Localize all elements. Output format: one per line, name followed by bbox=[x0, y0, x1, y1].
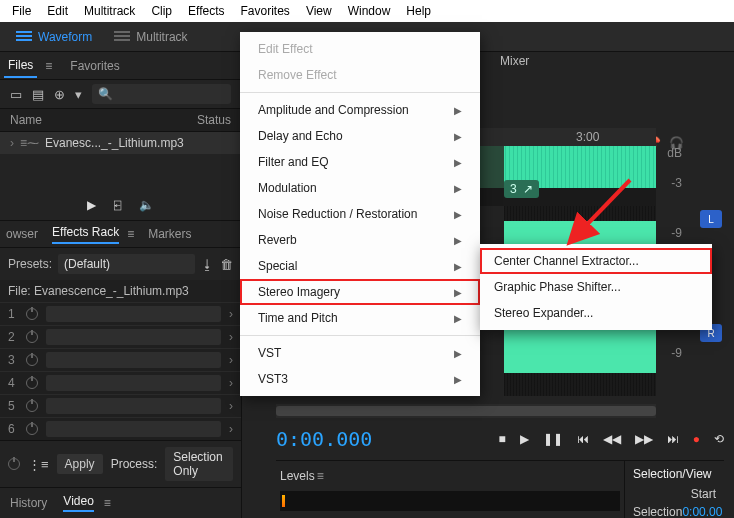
open-file-icon[interactable]: ▭ bbox=[10, 87, 22, 102]
save-preset-icon[interactable]: ⭳ bbox=[201, 257, 214, 272]
effect-slot[interactable]: 6› bbox=[0, 417, 241, 440]
waveform-icon bbox=[16, 31, 32, 43]
slot-body[interactable] bbox=[46, 329, 221, 345]
menu-amplitude[interactable]: Amplitude and Compression▶ bbox=[240, 97, 480, 123]
selection-view-panel: Selection/View Start Selection0:00.00 Vi… bbox=[624, 460, 724, 518]
delete-preset-icon[interactable]: 🗑 bbox=[220, 257, 233, 272]
filter-icon[interactable]: ▾ bbox=[75, 87, 82, 102]
skip-start-icon[interactable]: ⏮ bbox=[577, 432, 589, 446]
menu-file[interactable]: File bbox=[4, 1, 39, 21]
menu-time-pitch[interactable]: Time and Pitch▶ bbox=[240, 305, 480, 331]
menu-help[interactable]: Help bbox=[398, 1, 439, 21]
mode-multitrack-button[interactable]: Multitrack bbox=[106, 26, 195, 48]
menu-stereo-imagery[interactable]: Stereo Imagery▶ bbox=[240, 279, 480, 305]
menu-special[interactable]: Special▶ bbox=[240, 253, 480, 279]
col-name[interactable]: Name bbox=[10, 113, 42, 127]
slot-body[interactable] bbox=[46, 421, 221, 437]
menu-stereo-expander[interactable]: Stereo Expander... bbox=[480, 300, 712, 326]
stop-icon[interactable]: ■ bbox=[499, 432, 506, 446]
meter-bar bbox=[282, 495, 285, 507]
menu-noise-reduction[interactable]: Noise Reduction / Restoration▶ bbox=[240, 201, 480, 227]
menu-clip[interactable]: Clip bbox=[143, 1, 180, 21]
loop-icon[interactable]: ⍇ bbox=[114, 198, 121, 212]
menu-reverb[interactable]: Reverb▶ bbox=[240, 227, 480, 253]
record-file-icon[interactable]: ⊕ bbox=[54, 87, 65, 102]
menu-center-channel-extractor[interactable]: Center Channel Extractor... bbox=[480, 248, 712, 274]
channel-l-badge[interactable]: L bbox=[700, 210, 722, 228]
slot-body[interactable] bbox=[46, 398, 221, 414]
new-file-icon[interactable]: ▤ bbox=[32, 87, 44, 102]
menu-modulation[interactable]: Modulation▶ bbox=[240, 175, 480, 201]
menu-graphic-phase-shifter[interactable]: Graphic Phase Shifter... bbox=[480, 274, 712, 300]
chevron-right-icon[interactable]: › bbox=[229, 376, 233, 390]
tab-favorites[interactable]: Favorites bbox=[66, 55, 123, 77]
chevron-right-icon[interactable]: › bbox=[229, 399, 233, 413]
tab-video[interactable]: Video bbox=[63, 494, 93, 512]
menu-delay-echo[interactable]: Delay and Echo▶ bbox=[240, 123, 480, 149]
menu-vst3[interactable]: VST3▶ bbox=[240, 366, 480, 392]
power-icon[interactable] bbox=[26, 354, 38, 366]
effect-slot[interactable]: 5› bbox=[0, 394, 241, 417]
horizontal-scrollbar[interactable] bbox=[276, 404, 656, 418]
chevron-right-icon[interactable]: › bbox=[229, 307, 233, 321]
tab-menu-icon[interactable]: ≡ bbox=[127, 227, 134, 241]
chevron-right-icon[interactable]: › bbox=[229, 330, 233, 344]
timecode[interactable]: 0:00.000 bbox=[276, 427, 372, 451]
menu-edit[interactable]: Edit bbox=[39, 1, 76, 21]
mode-waveform-button[interactable]: Waveform bbox=[8, 26, 100, 48]
menu-effects[interactable]: Effects bbox=[180, 1, 232, 21]
effect-slot[interactable]: 3› bbox=[0, 348, 241, 371]
chevron-right-icon[interactable]: › bbox=[229, 422, 233, 436]
power-icon[interactable] bbox=[26, 377, 38, 389]
process-select[interactable]: Selection Only bbox=[165, 447, 233, 481]
power-icon[interactable] bbox=[26, 400, 38, 412]
effect-slot[interactable]: 4› bbox=[0, 371, 241, 394]
mix-icon[interactable]: ⋮≡ bbox=[28, 457, 49, 472]
clip-badge[interactable]: 3 ↗ bbox=[504, 180, 539, 198]
play-icon[interactable]: ▶ bbox=[520, 432, 529, 446]
slot-body[interactable] bbox=[46, 375, 221, 391]
skip-end-icon[interactable]: ⏭ bbox=[667, 432, 679, 446]
rack-power-icon[interactable] bbox=[8, 458, 20, 470]
effect-slot[interactable]: 2› bbox=[0, 325, 241, 348]
slot-body[interactable] bbox=[46, 352, 221, 368]
tab-browser[interactable]: owser bbox=[6, 227, 38, 241]
menu-window[interactable]: Window bbox=[340, 1, 399, 21]
tab-markers[interactable]: Markers bbox=[148, 227, 191, 241]
tab-mixer[interactable]: Mixer bbox=[500, 54, 529, 68]
apply-button[interactable]: Apply bbox=[57, 454, 103, 474]
menu-multitrack[interactable]: Multitrack bbox=[76, 1, 143, 21]
preset-select[interactable]: (Default) bbox=[58, 254, 195, 274]
menu-vst[interactable]: VST▶ bbox=[240, 340, 480, 366]
file-name: Evanesc..._-_Lithium.mp3 bbox=[45, 136, 184, 150]
tab-menu-icon[interactable]: ≡ bbox=[317, 469, 324, 483]
effect-slot[interactable]: 1› bbox=[0, 302, 241, 325]
power-icon[interactable] bbox=[26, 308, 38, 320]
autoplay-icon[interactable]: 🔈 bbox=[139, 198, 154, 212]
slot-body[interactable] bbox=[46, 306, 221, 322]
tab-menu-icon[interactable]: ≡ bbox=[104, 496, 111, 510]
fast-forward-icon[interactable]: ▶▶ bbox=[635, 432, 653, 446]
menu-filter-eq[interactable]: Filter and EQ▶ bbox=[240, 149, 480, 175]
rewind-icon[interactable]: ◀◀ bbox=[603, 432, 621, 446]
record-icon[interactable]: ● bbox=[693, 432, 700, 446]
play-icon[interactable]: ▶ bbox=[87, 198, 96, 212]
menu-favorites[interactable]: Favorites bbox=[233, 1, 298, 21]
selection-start[interactable]: 0:00.00 bbox=[682, 505, 722, 518]
loop-icon[interactable]: ⟲ bbox=[714, 432, 724, 446]
left-panels: Files ≡ Favorites ▭ ▤ ⊕ ▾ 🔍 Name Status … bbox=[0, 52, 242, 518]
scroll-thumb[interactable] bbox=[276, 406, 656, 416]
tab-history[interactable]: History bbox=[10, 496, 47, 510]
power-icon[interactable] bbox=[26, 423, 38, 435]
pause-icon[interactable]: ❚❚ bbox=[543, 432, 563, 446]
power-icon[interactable] bbox=[26, 331, 38, 343]
expand-icon[interactable]: › bbox=[10, 136, 14, 150]
col-status[interactable]: Status bbox=[197, 113, 231, 127]
menu-view[interactable]: View bbox=[298, 1, 340, 21]
file-row[interactable]: › ≡⁓ Evanesc..._-_Lithium.mp3 bbox=[0, 132, 241, 154]
search-input[interactable]: 🔍 bbox=[92, 84, 231, 104]
tab-effects-rack[interactable]: Effects Rack bbox=[52, 225, 119, 244]
chevron-right-icon[interactable]: › bbox=[229, 353, 233, 367]
tab-files[interactable]: Files bbox=[4, 54, 37, 78]
tab-menu-icon[interactable]: ≡ bbox=[45, 59, 52, 73]
